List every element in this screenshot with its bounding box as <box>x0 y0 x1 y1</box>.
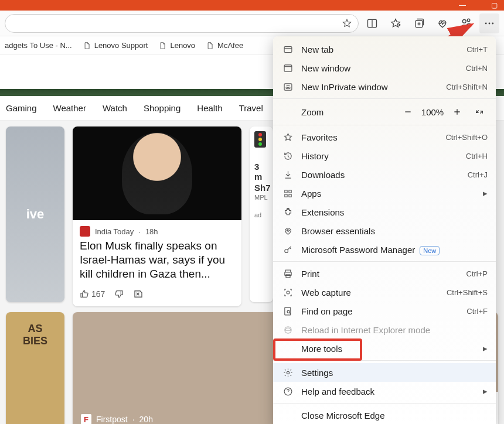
page-icon <box>158 42 166 50</box>
favorites-toolbar-icon[interactable] <box>386 13 406 33</box>
card-text-fragment: MPL <box>254 194 268 201</box>
bookmark-label: adgets To Use - N... <box>5 41 72 50</box>
menu-shortcut: Ctrl+J <box>468 170 488 179</box>
window-maximize-button[interactable]: ▢ <box>490 1 498 9</box>
menu-label: Help and feedback <box>301 387 483 396</box>
menu-label: Microsoft Password ManagerNew <box>301 245 488 255</box>
menu-item-extensions[interactable]: Extensions <box>273 203 496 221</box>
feed-card-article[interactable]: India Today · 18h Elon Musk finally spea… <box>73 126 241 306</box>
collections-icon[interactable] <box>409 13 429 33</box>
bookmark-item[interactable]: McAfee <box>206 41 243 50</box>
svg-rect-15 <box>284 194 287 196</box>
bookmark-label: McAfee <box>217 41 243 50</box>
menu-item-passwords[interactable]: Microsoft Password ManagerNew <box>273 240 496 259</box>
menu-separator <box>273 261 496 262</box>
more-menu-dropdown: New tab Ctrl+T New window Ctrl+N New InP… <box>273 36 496 424</box>
menu-item-settings[interactable]: Settings <box>273 363 496 382</box>
svg-point-26 <box>287 371 289 374</box>
zoom-out-button[interactable] <box>400 104 416 120</box>
menu-item-ie-mode: Reload in Internet Explorer mode <box>273 320 496 339</box>
menu-item-new-window[interactable]: New window Ctrl+N <box>273 59 496 77</box>
chevron-right-icon: ▸ <box>483 188 488 199</box>
feed-card-partial-left[interactable]: ive <box>6 126 64 302</box>
svg-rect-10 <box>284 83 292 90</box>
menu-shortcut: Ctrl+N <box>466 64 488 73</box>
svg-point-5 <box>489 22 491 24</box>
zoom-in-button[interactable] <box>449 104 465 120</box>
zoom-label: Zoom <box>281 107 301 117</box>
like-count: 167 <box>91 289 105 299</box>
menu-shortcut: Ctrl+F <box>466 307 488 316</box>
profile-icon[interactable] <box>456 13 476 33</box>
menu-item-web-capture[interactable]: Web capture Ctrl+Shift+S <box>273 283 496 302</box>
feed-card-partial-right[interactable]: 3 m Sh7 MPL ad <box>250 126 273 302</box>
menu-label: Print <box>301 269 466 279</box>
bookmark-item[interactable]: adgets To Use - N... <box>5 41 72 50</box>
more-menu-button[interactable] <box>479 13 499 33</box>
window-minimize-button[interactable]: — <box>458 1 466 9</box>
feed-tab[interactable]: Weather <box>53 103 86 113</box>
menu-item-print[interactable]: Print Ctrl+P <box>273 264 496 283</box>
menu-label: Downloads <box>301 170 468 180</box>
hide-button[interactable] <box>133 289 144 299</box>
menu-item-new-inprivate[interactable]: New InPrivate window Ctrl+Shift+N <box>273 77 496 96</box>
menu-label: Web capture <box>301 288 447 298</box>
feed-tab[interactable]: Shopping <box>144 103 181 113</box>
menu-item-find[interactable]: Find on page Ctrl+F <box>273 302 496 320</box>
article-image <box>73 126 241 220</box>
extensions-icon <box>281 207 294 217</box>
ad-label: ad <box>254 211 268 218</box>
menu-item-history[interactable]: History Ctrl+H <box>273 146 496 165</box>
article-source: Firstpost <box>96 415 128 424</box>
chevron-right-icon: ▸ <box>483 386 488 396</box>
menu-label: More tools <box>301 344 483 354</box>
browser-toolbar <box>0 11 504 36</box>
menu-item-close-edge[interactable]: Close Microsoft Edge <box>273 406 496 424</box>
source-badge-icon: F <box>81 414 91 424</box>
ie-icon <box>281 325 294 335</box>
article-headline: Elon Musk finally speaks on Israel-Hamas… <box>73 239 241 285</box>
menu-label: Apps <box>301 189 483 199</box>
article-source: India Today <box>95 227 134 236</box>
tile-text-fragment: AS <box>28 323 42 335</box>
menu-zoom-row: Zoom 100% <box>273 101 496 122</box>
address-bar[interactable] <box>5 14 359 33</box>
fullscreen-button[interactable] <box>471 104 488 120</box>
menu-item-more-tools[interactable]: More tools ▸ <box>273 339 496 358</box>
split-screen-icon[interactable] <box>362 13 382 33</box>
source-badge-icon <box>80 226 90 237</box>
menu-item-new-tab[interactable]: New tab Ctrl+T <box>273 40 496 59</box>
browser-essentials-toolbar-icon[interactable] <box>433 13 452 33</box>
menu-item-essentials[interactable]: Browser essentials <box>273 221 496 240</box>
traffic-light-icon <box>254 131 266 148</box>
menu-label: Reload in Internet Explorer mode <box>301 325 488 335</box>
like-button[interactable]: 167 <box>80 289 105 299</box>
svg-point-18 <box>284 249 288 252</box>
menu-label: History <box>301 151 466 161</box>
menu-label: New window <box>301 63 466 73</box>
menu-label: Extensions <box>301 207 488 217</box>
svg-point-6 <box>492 22 493 24</box>
menu-separator <box>273 98 496 99</box>
feed-tab[interactable]: Health <box>197 103 222 113</box>
menu-item-help[interactable]: Help and feedback ▸ <box>273 382 496 401</box>
help-icon <box>281 387 294 396</box>
bookmark-item[interactable]: Lenovo <box>158 41 195 50</box>
gear-icon <box>281 368 294 378</box>
chevron-right-icon: ▸ <box>483 343 488 354</box>
favorite-star-icon[interactable] <box>342 18 352 29</box>
menu-label: Settings <box>301 368 488 378</box>
bookmark-item[interactable]: Lenovo Support <box>83 41 148 50</box>
feed-tab[interactable]: Watch <box>103 103 127 113</box>
bookmark-label: Lenovo <box>170 41 195 50</box>
feed-tab[interactable]: Gaming <box>6 103 37 113</box>
feed-tab[interactable]: Travel <box>239 103 263 113</box>
menu-item-downloads[interactable]: Downloads Ctrl+J <box>273 165 496 184</box>
dislike-button[interactable] <box>114 289 124 299</box>
menu-item-apps[interactable]: Apps ▸ <box>273 184 496 203</box>
menu-separator <box>273 403 496 404</box>
card-title-fragment: Sh7 <box>254 183 268 193</box>
print-icon <box>281 269 294 279</box>
feed-tile-partial-left[interactable]: AS BIES <box>6 312 64 424</box>
menu-item-favorites[interactable]: Favorites Ctrl+Shift+O <box>273 128 496 146</box>
